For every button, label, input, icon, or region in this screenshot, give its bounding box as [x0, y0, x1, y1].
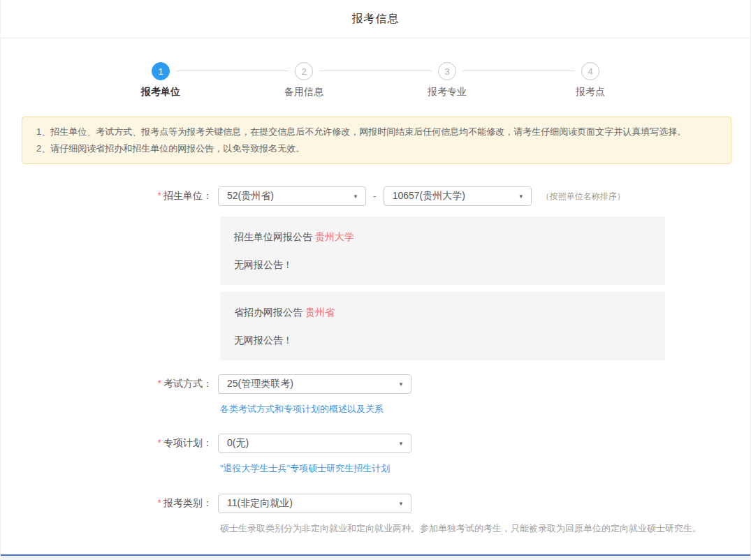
step-1-label: 报考单位	[141, 86, 180, 98]
chevron-down-icon: ▼	[518, 193, 524, 200]
enroll-unit-row: *招生单位： 52(贵州省) ▼ - 10657(贵州大学) ▼ （按照单位名称…	[1, 186, 750, 206]
required-asterisk: *	[158, 378, 161, 389]
warning-box: 1、招生单位、考试方式、报考点等为报考关键信息，在提交信息后不允许修改，网报时间…	[22, 117, 731, 164]
step-3-label: 报考专业	[428, 86, 467, 98]
step-3-circle: 3	[438, 62, 456, 80]
category-note-row: 硕士生录取类别分为非定向就业和定向就业两种。参加单独考试的考生，只能被录取为回原…	[220, 522, 750, 535]
step-backup-info: 2 备用信息	[233, 62, 376, 98]
required-asterisk: *	[158, 437, 161, 448]
step-connector	[176, 71, 289, 71]
university-link[interactable]: 贵州大学	[315, 231, 354, 242]
step-report-major: 3 报考专业	[376, 62, 519, 98]
province-notice-title: 省招办网报公告贵州省	[234, 306, 651, 318]
enroll-unit-label: *招生单位：	[1, 190, 212, 202]
special-plan-help-link[interactable]: "退役大学生士兵"专项硕士研究生招生计划	[220, 463, 390, 473]
exam-method-select[interactable]: 25(管理类联考) ▼	[218, 374, 411, 394]
special-plan-row: *专项计划： 0(无) ▼	[1, 434, 750, 453]
footer-divider	[1, 554, 750, 560]
chevron-down-icon: ▼	[353, 193, 358, 200]
step-1-circle: 1	[152, 62, 170, 80]
page-header: 报考信息	[1, 0, 750, 38]
category-label: *报考类别：	[1, 497, 212, 510]
province-notice-panel: 省招办网报公告贵州省 无网报公告！	[220, 292, 665, 360]
step-2-label: 备用信息	[284, 86, 323, 98]
step-connector	[462, 71, 575, 71]
unit-sort-note: （按照单位名称排序）	[541, 191, 625, 202]
university-select[interactable]: 10657(贵州大学) ▼	[384, 186, 532, 206]
category-select-value: 11(非定向就业)	[227, 497, 293, 510]
select-separator: -	[373, 191, 377, 202]
exam-method-select-value: 25(管理类联考)	[227, 378, 293, 390]
unit-notice-panel: 招生单位网报公告贵州大学 无网报公告！	[220, 216, 665, 285]
chevron-down-icon: ▼	[398, 441, 404, 447]
province-select[interactable]: 52(贵州省) ▼	[218, 186, 366, 206]
warning-line-2: 2、请仔细阅读省招办和招生单位的网报公告，以免导致报名无效。	[36, 140, 717, 157]
exam-method-row: *考试方式： 25(管理类联考) ▼	[1, 374, 750, 394]
step-4-label: 报考点	[576, 86, 605, 98]
special-plan-select-value: 0(无)	[227, 437, 249, 450]
unit-notice-title: 招生单位网报公告贵州大学	[234, 230, 651, 243]
chevron-down-icon: ▼	[398, 381, 404, 388]
step-connector	[319, 71, 432, 71]
province-select-value: 52(贵州省)	[227, 190, 274, 202]
province-link[interactable]: 贵州省	[305, 307, 335, 318]
required-asterisk: *	[158, 190, 161, 201]
stepper: 1 报考单位 2 备用信息 3 报考专业 4 报考点	[89, 62, 662, 98]
category-row: *报考类别： 11(非定向就业) ▼	[1, 494, 750, 513]
step-4-circle: 4	[581, 62, 599, 80]
special-plan-label: *专项计划：	[1, 437, 212, 450]
application-form: *招生单位： 52(贵州省) ▼ - 10657(贵州大学) ▼ （按照单位名称…	[1, 186, 750, 560]
step-report-unit: 1 报考单位	[89, 62, 233, 98]
chevron-down-icon: ▼	[398, 501, 404, 507]
unit-notice-body: 无网报公告！	[234, 258, 651, 271]
exam-method-label: *考试方式：	[1, 378, 212, 390]
university-select-value: 10657(贵州大学)	[393, 190, 465, 202]
warning-line-1: 1、招生单位、考试方式、报考点等为报考关键信息，在提交信息后不允许修改，网报时间…	[36, 124, 717, 140]
category-select[interactable]: 11(非定向就业) ▼	[218, 494, 411, 513]
page-title: 报考信息	[352, 12, 400, 27]
special-plan-select[interactable]: 0(无) ▼	[218, 434, 411, 453]
step-2-circle: 2	[295, 62, 313, 80]
step-report-point: 4 报考点	[519, 62, 662, 98]
exam-method-hint-row: 各类考试方式和专项计划的概述以及关系	[220, 402, 750, 415]
exam-method-help-link[interactable]: 各类考试方式和专项计划的概述以及关系	[220, 404, 384, 414]
province-notice-body: 无网报公告！	[234, 334, 651, 346]
required-asterisk: *	[158, 497, 161, 508]
category-note: 硕士生录取类别分为非定向就业和定向就业两种。参加单独考试的考生，只能被录取为回原…	[220, 523, 701, 533]
special-plan-hint-row: "退役大学生士兵"专项硕士研究生招生计划	[220, 462, 750, 475]
